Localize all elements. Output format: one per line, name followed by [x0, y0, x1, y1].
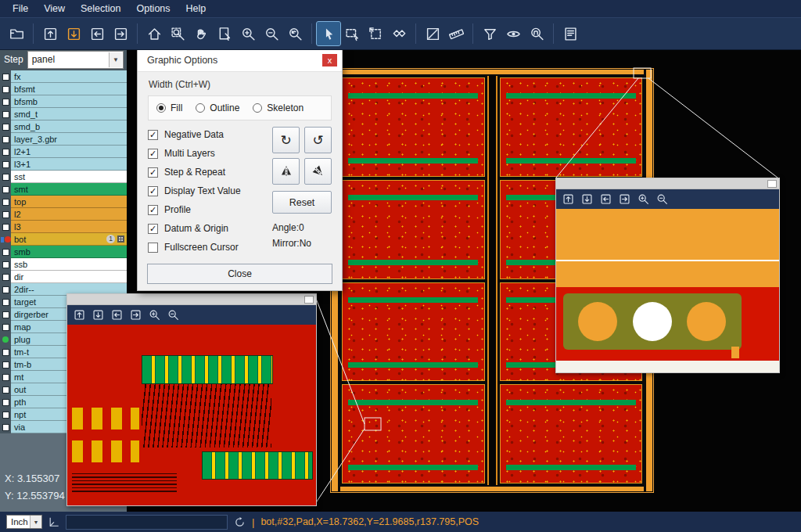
layer-visibility-smb[interactable] — [0, 246, 11, 258]
checkbox-icon[interactable]: ✓ — [148, 149, 158, 159]
export-left-icon[interactable] — [85, 22, 109, 45]
option-display-text-value[interactable]: ✓Display Text Value — [148, 182, 272, 200]
page-cursor-icon[interactable] — [213, 22, 236, 45]
layer-row-fx[interactable]: fx — [0, 70, 127, 83]
layer-name-smd_t[interactable]: smd_t — [11, 108, 127, 120]
zoom-in-icon[interactable] — [634, 191, 652, 207]
layer-visibility-bfsmb[interactable] — [0, 95, 11, 108]
layer-name-fx[interactable]: fx — [11, 70, 127, 83]
magnifier-window-1[interactable] — [66, 293, 317, 506]
rotate-cw-icon[interactable]: ↻ — [272, 127, 300, 153]
layer-row-ssb[interactable]: ssb — [0, 258, 127, 271]
checkbox-icon[interactable] — [148, 243, 158, 253]
layer-row-smb[interactable]: smb — [0, 246, 127, 258]
checkbox-icon[interactable]: ✓ — [148, 205, 158, 215]
layer-row-smd_t[interactable]: smd_t — [0, 108, 127, 120]
option-step-repeat[interactable]: ✓Step & Repeat — [148, 163, 272, 182]
refresh-icon[interactable] — [234, 516, 246, 528]
layer-checkbox[interactable] — [2, 74, 9, 81]
export-right-icon[interactable] — [109, 22, 132, 45]
layer-checkbox[interactable] — [2, 161, 9, 168]
import-down-icon[interactable] — [89, 307, 107, 323]
layer-row-l2+1[interactable]: l2+1 — [0, 146, 127, 158]
layer-row-smd_b[interactable]: smd_b — [0, 120, 127, 133]
layer-row-smt[interactable]: smt — [0, 183, 127, 196]
line-tool-icon[interactable] — [421, 22, 444, 45]
checkbox-icon[interactable]: ✓ — [148, 186, 158, 196]
import-down-icon[interactable] — [62, 22, 85, 45]
layer-row-l3[interactable]: l3 — [0, 221, 127, 233]
fill-mode-fill[interactable]: Fill — [156, 102, 182, 113]
magnifier2-restore-box[interactable] — [767, 180, 777, 188]
option-fullscreen-cursor[interactable]: Fullscreen Cursor — [148, 238, 272, 257]
export-left-icon[interactable] — [597, 191, 615, 207]
layer-visibility-via[interactable] — [0, 421, 11, 433]
pan-hand-icon[interactable] — [189, 22, 213, 45]
layer-row-bot[interactable]: bot1 — [0, 233, 127, 246]
menu-help[interactable]: Help — [178, 0, 214, 17]
layer-row-top[interactable]: top — [0, 196, 127, 208]
zoom-out-icon[interactable] — [653, 191, 671, 207]
layer-visibility-npt[interactable] — [0, 408, 11, 421]
chevron-down-icon[interactable]: ▼ — [30, 516, 41, 528]
reset-button[interactable]: Reset — [272, 191, 332, 214]
checkbox-icon[interactable]: ✓ — [148, 224, 158, 234]
option-profile[interactable]: ✓Profile — [148, 200, 272, 219]
layer-name-smt[interactable]: smt — [11, 183, 127, 196]
filter-icon[interactable] — [478, 22, 501, 45]
zoom-out-icon[interactable] — [260, 22, 283, 45]
layer-name-l2[interactable]: l2 — [11, 208, 127, 221]
zoom-window-icon[interactable] — [166, 22, 189, 45]
fill-mode-outline[interactable]: Outline — [196, 102, 239, 113]
menu-selection[interactable]: Selection — [73, 0, 128, 17]
magnifier1-titlebar[interactable] — [67, 294, 316, 305]
option-multi-layers[interactable]: ✓Multi Layers — [148, 144, 272, 163]
layer-visibility-l2+1[interactable] — [0, 146, 11, 158]
layer-visibility-plug[interactable] — [0, 333, 11, 346]
layer-name-bot[interactable]: bot1 — [11, 233, 127, 246]
layer-checkbox[interactable] — [2, 412, 9, 419]
layer-checkbox[interactable] — [2, 224, 9, 231]
option-datum-origin[interactable]: ✓Datum & Origin — [148, 219, 272, 238]
rect-select-icon[interactable] — [340, 22, 364, 45]
layer-visibility-mt[interactable] — [0, 371, 11, 383]
menu-file[interactable]: File — [5, 0, 36, 17]
layer-checkbox[interactable] — [2, 86, 9, 93]
zoom-in-icon[interactable] — [236, 22, 260, 45]
mirror-vertical-icon[interactable] — [272, 158, 300, 185]
layer-visibility-pth[interactable] — [0, 396, 11, 408]
checkbox-icon[interactable]: ✓ — [148, 130, 158, 140]
layer-visibility-bot[interactable] — [0, 233, 11, 246]
command-input[interactable] — [66, 515, 228, 530]
layer-checkbox[interactable] — [2, 199, 9, 206]
layer-name-smd_b[interactable]: smd_b — [11, 120, 127, 133]
layer-name-layer_3.gbr[interactable]: layer_3.gbr — [11, 133, 127, 146]
layer-visibility-fx[interactable] — [0, 70, 11, 83]
layer-checkbox[interactable] — [2, 136, 9, 143]
layer-row-bfsmt[interactable]: bfsmt — [0, 83, 127, 95]
layer-checkbox[interactable] — [2, 386, 9, 394]
layer-checkbox[interactable] — [2, 399, 9, 406]
layer-name-l2+1[interactable]: l2+1 — [11, 146, 127, 158]
magnifier2-titlebar[interactable] — [556, 178, 779, 189]
dialog-titlebar[interactable]: Graphic Options x — [138, 49, 342, 72]
layer-checkbox[interactable] — [2, 274, 9, 281]
mirror-diagonal-icon[interactable] — [304, 158, 332, 185]
import-up-icon[interactable] — [70, 307, 88, 323]
select-cursor-icon[interactable] — [317, 22, 340, 45]
layer-visibility-target[interactable] — [0, 296, 11, 308]
layer-visibility-ssb[interactable] — [0, 258, 11, 271]
layer-name-top[interactable]: top — [11, 196, 127, 208]
layer-checkbox[interactable] — [2, 149, 9, 156]
layer-visibility-out[interactable] — [0, 383, 11, 396]
layer-name-ssb[interactable]: ssb — [11, 258, 127, 271]
magnifier1-restore-box[interactable] — [304, 296, 314, 304]
zoom-out-icon[interactable] — [164, 307, 182, 323]
menu-options[interactable]: Options — [128, 0, 178, 17]
layer-checkbox[interactable] — [2, 186, 9, 193]
export-left-icon[interactable] — [108, 307, 126, 323]
layers-compare-icon[interactable] — [387, 22, 411, 45]
layer-visibility-l3[interactable] — [0, 221, 11, 233]
layer-visibility-layer_3.gbr[interactable] — [0, 133, 11, 146]
export-right-icon[interactable] — [616, 191, 634, 207]
